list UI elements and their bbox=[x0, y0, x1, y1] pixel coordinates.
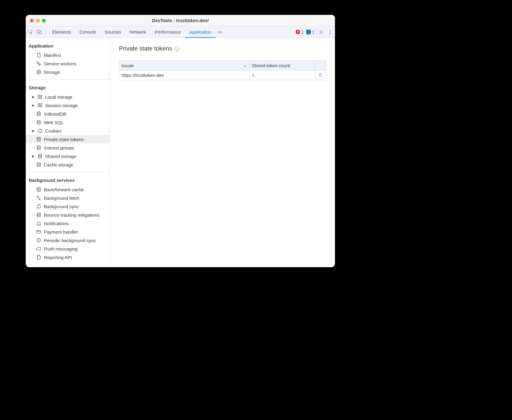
delete-row-button[interactable] bbox=[315, 71, 326, 80]
sidebar-item-shared-storage[interactable]: ▶ Shared storage bbox=[26, 152, 110, 160]
table-icon bbox=[37, 103, 43, 108]
col-header-label: Stored token count bbox=[252, 63, 290, 68]
sidebar-item-push-messaging[interactable]: Push messaging bbox=[26, 244, 110, 253]
database-icon bbox=[36, 136, 41, 142]
transfer-icon bbox=[36, 195, 41, 201]
sidebar-item-label: Manifest bbox=[44, 53, 61, 58]
window-controls bbox=[26, 19, 46, 22]
device-toolbar-icon[interactable] bbox=[35, 28, 44, 37]
sidebar-item-background-sync[interactable]: Background sync bbox=[26, 202, 110, 211]
sidebar-item-bf-cache[interactable]: Back/forward cache bbox=[26, 185, 110, 194]
tab-sources[interactable]: Sources bbox=[100, 26, 126, 38]
info-icon[interactable]: i bbox=[175, 46, 179, 51]
devtools-window: DevTools - trusttoken.dev/ Elements Cons… bbox=[26, 15, 335, 267]
sidebar-item-label: Shared storage bbox=[45, 154, 76, 159]
cell-count: 1 bbox=[249, 71, 315, 80]
tab-elements[interactable]: Elements bbox=[48, 26, 75, 38]
maximize-window-button[interactable] bbox=[42, 19, 46, 22]
sidebar-item-cache-storage[interactable]: Cache storage bbox=[26, 160, 110, 169]
sidebar-item-websql[interactable]: Web SQL bbox=[26, 118, 110, 126]
sidebar-item-background-fetch[interactable]: Background fetch bbox=[26, 194, 110, 202]
table-row[interactable]: https://trusttoken.dev 1 bbox=[119, 71, 326, 80]
sidebar-item-indexeddb[interactable]: IndexedDB bbox=[26, 110, 110, 118]
panel-title: Private state tokens bbox=[119, 45, 172, 52]
tab-console[interactable]: Console bbox=[75, 26, 100, 38]
sidebar-item-label: Background sync bbox=[44, 204, 79, 209]
expand-arrow-icon[interactable]: ▶ bbox=[32, 154, 35, 158]
table-icon bbox=[37, 94, 43, 100]
sidebar-item-local-storage[interactable]: ▶ Local storage bbox=[26, 93, 110, 101]
document-icon bbox=[36, 52, 41, 58]
credit-card-icon bbox=[36, 229, 41, 235]
section-application: Application bbox=[26, 38, 110, 51]
svg-point-13 bbox=[37, 120, 41, 122]
svg-point-7 bbox=[37, 62, 39, 64]
background-services-list: Back/forward cache Background fetch Back… bbox=[26, 185, 110, 261]
tab-performance[interactable]: Performance bbox=[151, 26, 185, 38]
minimize-window-button[interactable] bbox=[36, 19, 40, 22]
svg-point-8 bbox=[39, 64, 41, 65]
message-icon bbox=[306, 30, 311, 34]
svg-point-6 bbox=[330, 33, 331, 34]
sidebar-item-label: Local storage bbox=[45, 94, 72, 100]
error-count-badge[interactable]: ✕ 1 bbox=[296, 30, 304, 34]
sidebar-item-service-workers[interactable]: Service workers bbox=[26, 59, 110, 68]
database-icon bbox=[36, 212, 41, 218]
svg-point-5 bbox=[330, 31, 331, 32]
sidebar-item-label: Reporting API bbox=[44, 255, 72, 260]
settings-icon[interactable] bbox=[317, 28, 326, 37]
svg-point-15 bbox=[39, 130, 40, 131]
toolbar-divider bbox=[46, 29, 46, 35]
tab-application[interactable]: Application bbox=[185, 27, 216, 38]
sidebar-item-payment-handler[interactable]: Payment handler bbox=[26, 228, 110, 236]
svg-point-21 bbox=[37, 162, 41, 164]
bell-icon bbox=[36, 221, 41, 226]
sidebar-item-cookies[interactable]: ▶ Cookies bbox=[26, 126, 110, 135]
sidebar-item-storage[interactable]: Storage bbox=[26, 68, 110, 76]
sidebar-item-label: Back/forward cache bbox=[44, 187, 84, 192]
svg-point-19 bbox=[37, 146, 41, 147]
close-window-button[interactable] bbox=[30, 19, 34, 22]
more-options-icon[interactable] bbox=[326, 28, 335, 37]
inspect-element-icon[interactable] bbox=[26, 28, 35, 37]
sidebar-item-label: Notifications bbox=[44, 221, 69, 226]
database-icon bbox=[37, 153, 43, 159]
section-storage: Storage bbox=[26, 80, 110, 93]
svg-point-4 bbox=[330, 30, 331, 31]
sidebar-item-reporting-api[interactable]: Reporting API bbox=[26, 253, 110, 261]
expand-arrow-icon[interactable]: ▶ bbox=[32, 103, 35, 107]
expand-arrow-icon[interactable]: ▶ bbox=[32, 95, 35, 99]
expand-arrow-icon[interactable]: ▶ bbox=[32, 129, 35, 133]
sidebar-item-private-state-tokens[interactable]: Private state tokens bbox=[26, 135, 110, 143]
sort-asc-icon: ▲ bbox=[243, 64, 247, 67]
sidebar-item-label: IndexedDB bbox=[44, 111, 66, 116]
clock-icon bbox=[36, 238, 41, 243]
svg-rect-2 bbox=[40, 31, 41, 34]
gears-icon bbox=[36, 61, 41, 66]
sidebar-item-interest-groups[interactable]: Interest groups bbox=[26, 143, 110, 152]
tab-network[interactable]: Network bbox=[126, 26, 151, 38]
svg-point-16 bbox=[40, 130, 41, 130]
message-count-badge[interactable]: 1 bbox=[306, 30, 314, 34]
svg-point-9 bbox=[37, 70, 41, 71]
col-token-count[interactable]: Stored token count bbox=[249, 61, 315, 71]
svg-point-22 bbox=[37, 187, 41, 189]
sync-icon bbox=[36, 204, 41, 209]
document-icon bbox=[36, 254, 41, 260]
error-icon: ✕ bbox=[296, 30, 300, 34]
sidebar-item-manifest[interactable]: Manifest bbox=[26, 51, 110, 59]
sidebar-item-bounce-tracking[interactable]: Bounce tracking mitigations bbox=[26, 211, 110, 219]
col-issuer[interactable]: Issuer ▲ bbox=[119, 61, 249, 71]
sidebar-item-notifications[interactable]: Notifications bbox=[26, 219, 110, 228]
cookie-icon bbox=[37, 128, 43, 133]
col-header-label: Issuer bbox=[122, 63, 134, 68]
application-sidebar: Application Manifest Service workers Sto… bbox=[26, 38, 110, 267]
storage-list: ▶ Local storage ▶ Session storage Indexe… bbox=[26, 93, 110, 169]
sidebar-item-session-storage[interactable]: ▶ Session storage bbox=[26, 101, 110, 110]
more-tabs-icon[interactable] bbox=[216, 28, 224, 37]
sidebar-item-periodic-sync[interactable]: Periodic background sync bbox=[26, 236, 110, 244]
svg-point-17 bbox=[40, 131, 41, 132]
sidebar-item-label: Background fetch bbox=[44, 195, 79, 201]
cloud-icon bbox=[36, 246, 41, 251]
sidebar-item-label: Push messaging bbox=[44, 246, 77, 251]
